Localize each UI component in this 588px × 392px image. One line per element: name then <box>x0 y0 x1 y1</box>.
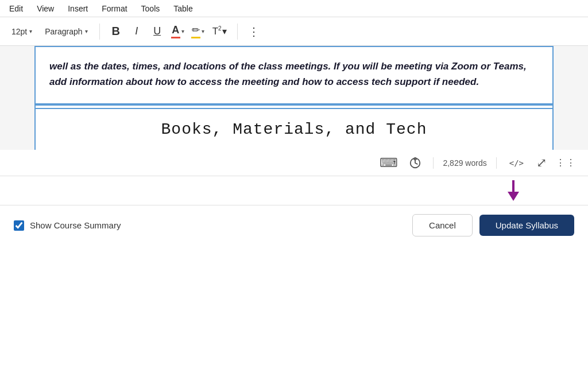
font-color-button[interactable]: A ▾ <box>169 22 187 41</box>
paragraph-dropdown[interactable]: Paragraph ▾ <box>40 25 92 38</box>
toolbar-divider-1 <box>99 24 100 40</box>
cancel-button[interactable]: Cancel <box>412 214 473 236</box>
bold-icon: B <box>111 25 119 38</box>
books-heading: Books, Materials, and Tech <box>49 121 539 138</box>
update-syllabus-button[interactable]: Update Syllabus <box>479 215 574 236</box>
keyboard-icon[interactable]: ⌨ <box>380 154 397 172</box>
accessibility-icon[interactable] <box>407 154 424 172</box>
status-divider <box>433 157 434 169</box>
menu-view[interactable]: View <box>37 2 54 15</box>
font-size-chevron: ▾ <box>29 28 32 34</box>
checkbox-text: Show Course Summary <box>30 220 121 230</box>
highlight-icon: ✏ <box>191 24 200 38</box>
table-divider-row <box>34 104 554 109</box>
bold-button[interactable]: B <box>107 22 125 41</box>
font-size-dropdown[interactable]: 12pt ▾ <box>7 25 37 38</box>
highlight-button[interactable]: ✏ ▾ <box>189 22 207 41</box>
font-size-value: 12pt <box>11 27 27 36</box>
editor-italic-text: well as the dates, times, and locations … <box>49 59 539 90</box>
editor-wrapper: well as the dates, times, and locations … <box>0 46 588 150</box>
menu-table[interactable]: Table <box>173 2 192 15</box>
menu-bar: Edit View Insert Format Tools Table <box>0 0 588 17</box>
more-icon: ⋮ <box>248 25 260 38</box>
status-divider-2 <box>496 157 497 169</box>
italic-button[interactable]: I <box>127 22 146 41</box>
superscript-arrow: ▾ <box>222 26 227 37</box>
arrow-line <box>512 180 514 192</box>
highlight-bar <box>191 37 200 38</box>
paragraph-value: Paragraph <box>45 27 82 36</box>
status-bar: ⌨ 2,829 words </> ⤢ ⋮⋮ <box>0 150 588 176</box>
underline-icon: U <box>153 25 161 37</box>
bottom-bar: Show Course Summary Cancel Update Syllab… <box>0 205 588 245</box>
editor-table-cell-top[interactable]: well as the dates, times, and locations … <box>34 46 554 104</box>
highlight-arrow: ▾ <box>202 28 204 34</box>
menu-tools[interactable]: Tools <box>141 2 160 15</box>
menu-edit[interactable]: Edit <box>9 2 23 15</box>
arrow-head <box>508 192 519 201</box>
show-course-summary-label[interactable]: Show Course Summary <box>14 220 121 231</box>
show-course-summary-checkbox[interactable] <box>14 220 24 231</box>
superscript-icon: T2 <box>212 25 222 37</box>
code-view-button[interactable]: </> <box>506 156 527 170</box>
superscript-button[interactable]: T2 ▾ <box>209 23 230 40</box>
paragraph-chevron: ▾ <box>85 28 88 34</box>
underline-button[interactable]: U <box>148 22 167 41</box>
italic-icon: I <box>135 25 138 37</box>
menu-insert[interactable]: Insert <box>68 2 88 15</box>
toolbar: 12pt ▾ Paragraph ▾ B I U A ▾ <box>0 17 588 46</box>
editor-content: well as the dates, times, and locations … <box>0 46 588 150</box>
more-status-icon[interactable]: ⋮⋮ <box>556 157 577 168</box>
toolbar-divider-2 <box>237 24 238 40</box>
word-count: 2,829 words <box>443 158 486 168</box>
more-options-button[interactable]: ⋮ <box>245 22 263 41</box>
font-color-arrow: ▾ <box>181 28 184 34</box>
arrow-section <box>0 176 588 205</box>
font-color-bar <box>171 37 180 38</box>
font-color-icon: A <box>171 24 180 38</box>
purple-arrow <box>508 180 519 201</box>
expand-icon[interactable]: ⤢ <box>536 156 547 170</box>
format-buttons: B I U A ▾ ✏ ▾ <box>107 22 230 41</box>
editor-table-cell-bottom[interactable]: Books, Materials, and Tech <box>34 109 554 150</box>
action-buttons: Cancel Update Syllabus <box>412 214 574 236</box>
menu-format[interactable]: Format <box>102 2 127 15</box>
